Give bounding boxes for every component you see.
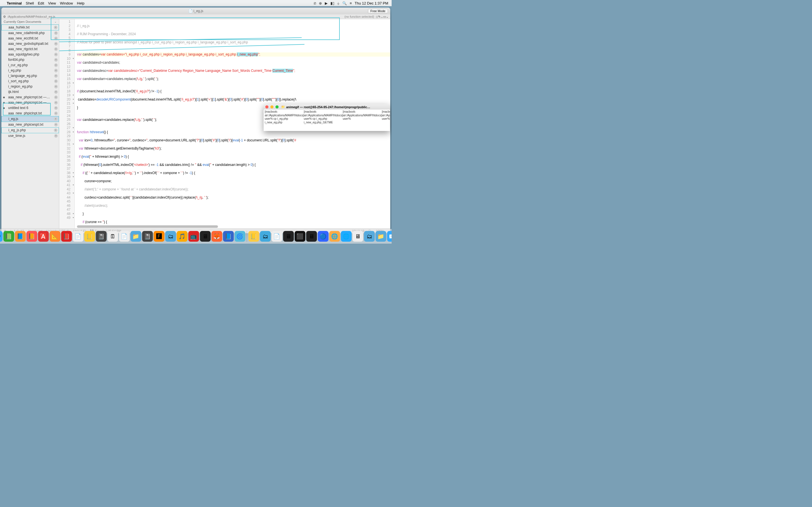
menubar-clock[interactable]: Thu 12 Dec 1:37 PM <box>355 1 388 5</box>
close-icon[interactable]: × <box>54 101 58 105</box>
dock-app[interactable]: 🅵 <box>154 231 164 242</box>
sidebar-document[interactable]: i_region_eg.php× <box>1 84 59 89</box>
close-icon[interactable]: × <box>54 112 58 115</box>
sidebar-document[interactable]: aaa_new_phpicrnpt.txt —…× <box>1 100 59 105</box>
dock-app[interactable]: 📓 <box>96 231 107 242</box>
sidebar-document[interactable]: i_eg.php× <box>1 68 59 73</box>
status-icon[interactable]: ⎚ <box>314 1 316 5</box>
close-icon[interactable]: × <box>54 85 58 89</box>
sidebar-document[interactable]: i_cur_eg.php× <box>1 62 59 68</box>
close-icon[interactable]: × <box>54 25 57 29</box>
close-icon[interactable]: × <box>54 96 58 99</box>
close-icon[interactable]: × <box>54 90 58 94</box>
dock-app[interactable]: 📓 <box>142 231 153 242</box>
zoom-button[interactable] <box>14 10 17 13</box>
close-icon[interactable]: × <box>54 79 58 83</box>
horizontal-scrollbar[interactable] <box>77 225 218 228</box>
dock-app[interactable]: 📄 <box>271 231 282 242</box>
dock-app[interactable]: 🦊 <box>211 231 222 242</box>
fold-icon[interactable]: ▾ <box>73 142 74 147</box>
control-center-icon[interactable]: ≡ <box>350 1 352 5</box>
spotlight-icon[interactable]: 🔍 <box>342 1 347 5</box>
fold-icon[interactable]: ▾ <box>73 212 74 216</box>
close-button[interactable] <box>4 10 7 13</box>
dock-app[interactable]: 📄 <box>119 231 130 242</box>
dock-app[interactable]: ✉️ <box>387 231 392 242</box>
sidebar-document[interactable]: aaa_new_eccthlt.txt× <box>1 36 59 41</box>
fold-icon[interactable]: ▾ <box>73 93 74 98</box>
minimize-button[interactable] <box>9 10 12 13</box>
dock-app[interactable]: 🖥 <box>306 231 317 242</box>
menu-shell[interactable]: Shell <box>26 1 34 5</box>
close-icon[interactable]: × <box>54 134 58 138</box>
fold-icon[interactable]: ▾ <box>73 101 74 106</box>
dock-app[interactable]: 💬 <box>0 231 3 242</box>
dock-app[interactable]: 📘 <box>15 231 26 242</box>
dock-app[interactable]: 🔵 <box>318 231 328 242</box>
nav-icon[interactable]: ◇ <box>376 15 378 18</box>
dock-app[interactable]: 📘 <box>223 231 234 242</box>
close-icon[interactable]: × <box>54 106 58 110</box>
dock-app[interactable]: 🗓 <box>107 231 118 242</box>
close-icon[interactable]: × <box>54 63 58 67</box>
close-icon[interactable]: × <box>54 117 57 121</box>
dock-app[interactable]: 🅰️ <box>38 231 49 242</box>
fold-icon[interactable]: ▾ <box>73 171 74 175</box>
close-icon[interactable]: × <box>54 53 58 56</box>
terminal-body[interactable]: [macbook-air:/Applications/MAMP/htdocs] … <box>264 110 390 131</box>
sidebar-document[interactable]: for404.php× <box>1 57 59 62</box>
status-icon[interactable]: ⊕ <box>319 1 322 5</box>
menu-edit[interactable]: Edit <box>38 1 44 5</box>
menu-help[interactable]: Help <box>77 1 85 5</box>
sidebar-document[interactable]: aaa_new_phpicwspt.txt× <box>1 122 59 127</box>
close-icon[interactable]: × <box>54 31 58 35</box>
sidebar-document[interactable]: i_language_eg.php× <box>1 73 59 78</box>
close-icon[interactable]: × <box>54 128 57 132</box>
battery-icon[interactable]: ▮▯ <box>331 1 335 5</box>
fold-icon[interactable]: ▾ <box>73 98 74 102</box>
sidebar-document[interactable]: use_time.js× <box>1 133 59 138</box>
nav-icon[interactable]: ▭ <box>383 15 386 18</box>
close-icon[interactable]: × <box>54 123 58 126</box>
sidebar-document[interactable]: aaa_new_cdalhtmlit.php× <box>1 31 59 36</box>
nav-icon[interactable]: ✎ <box>378 15 380 18</box>
sidebar-document[interactable]: untitled text 6× <box>1 105 59 111</box>
dock-app[interactable]: 📺 <box>188 231 199 242</box>
nav-icon[interactable]: ⌄ <box>386 15 389 18</box>
menu-view[interactable]: View <box>48 1 56 5</box>
dock-app[interactable]: 🗂 <box>364 231 375 242</box>
close-icon[interactable]: × <box>54 69 58 72</box>
dock-app[interactable]: 🖥 <box>200 231 211 242</box>
fold-icon[interactable]: ▾ <box>73 57 74 61</box>
file-path[interactable]: /Applications/MAMP/htdocs/i_eg.js <box>8 15 55 18</box>
dock-app[interactable]: 🖥 <box>283 231 294 242</box>
fold-icon[interactable]: ▾ <box>73 191 74 195</box>
dock-app[interactable]: 🗂 <box>165 231 176 242</box>
sidebar-document[interactable]: aaa_huhkk.txt× <box>1 24 59 31</box>
dock-app[interactable]: 📒 <box>248 231 259 242</box>
terminal-titlebar[interactable]: 📁 animegif — root@65-254-95-247:/home/rj… <box>264 104 390 110</box>
dock-app[interactable]: 📕 <box>61 231 72 242</box>
dock-app[interactable]: 🖥 <box>352 231 363 242</box>
function-popup[interactable]: (no function selected) <box>345 15 374 18</box>
wifi-icon[interactable]: ⏚ <box>337 1 340 5</box>
fold-icon[interactable]: ▾ <box>73 126 74 130</box>
dock-app[interactable]: 📄 <box>73 231 84 242</box>
dock-app[interactable]: 🗂 <box>260 231 271 242</box>
free-mode-button[interactable]: Free Mode <box>368 9 388 13</box>
sidebar-document[interactable]: aaa_new_phpiclnpt.txt× <box>1 111 59 116</box>
sidebar-document[interactable]: aaa_new_phpicrnpt.txt —…× <box>1 95 59 100</box>
dock-app[interactable]: 🌀 <box>235 231 245 242</box>
fold-icon[interactable]: ▾ <box>73 81 74 86</box>
sidebar-document[interactable]: i_eg.js× <box>1 116 59 122</box>
sidebar-header[interactable]: Currently Open Documents ⌄ <box>1 19 59 24</box>
gear-icon[interactable]: ⚙ <box>3 15 6 18</box>
fold-icon[interactable]: ▾ <box>73 183 74 187</box>
sidebar-document[interactable]: aaa_squidgytwo.php× <box>1 52 59 57</box>
status-icon[interactable]: ▶ <box>325 1 327 5</box>
dock-app[interactable]: 📗 <box>3 231 14 242</box>
close-icon[interactable]: × <box>54 58 58 62</box>
close-icon[interactable]: × <box>54 42 58 46</box>
close-icon[interactable]: × <box>54 47 58 51</box>
sidebar-document[interactable]: aaa_new_gvdvdsphpalt.txt× <box>1 41 59 47</box>
